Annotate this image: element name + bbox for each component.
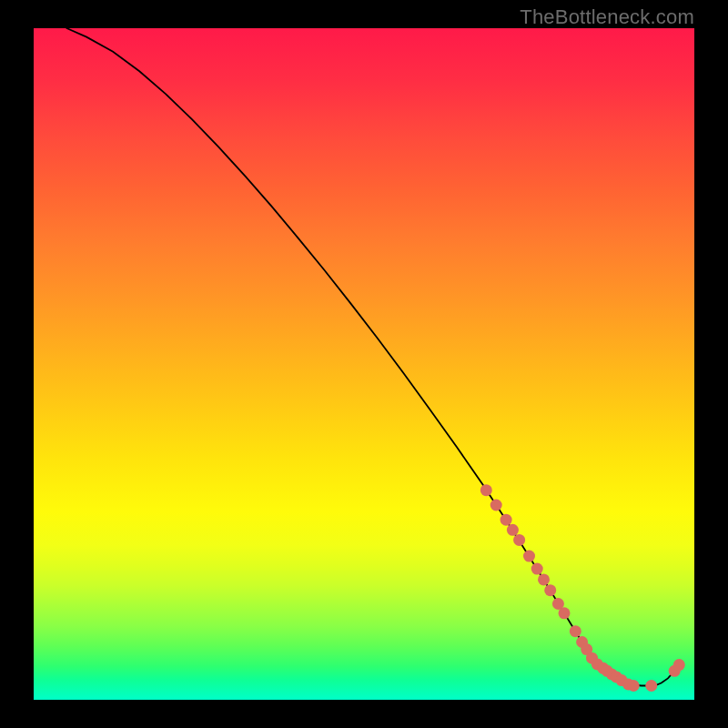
watermark-text: TheBottleneck.com [520, 5, 694, 29]
data-marker [628, 680, 640, 692]
data-marker [507, 524, 519, 536]
data-marker [544, 584, 556, 596]
data-marker [559, 607, 571, 619]
data-marker [523, 551, 535, 562]
data-marker [673, 659, 685, 671]
chart-overlay [0, 0, 728, 728]
chart-frame: TheBottleneck.com [0, 0, 728, 728]
data-markers [480, 484, 685, 692]
data-marker [513, 534, 525, 546]
data-marker [490, 500, 502, 511]
data-marker [645, 680, 657, 692]
data-marker [500, 514, 512, 526]
data-marker [570, 625, 581, 637]
data-marker [480, 484, 492, 496]
data-marker [538, 573, 550, 585]
data-marker [531, 563, 543, 575]
bottleneck-curve [66, 28, 681, 686]
